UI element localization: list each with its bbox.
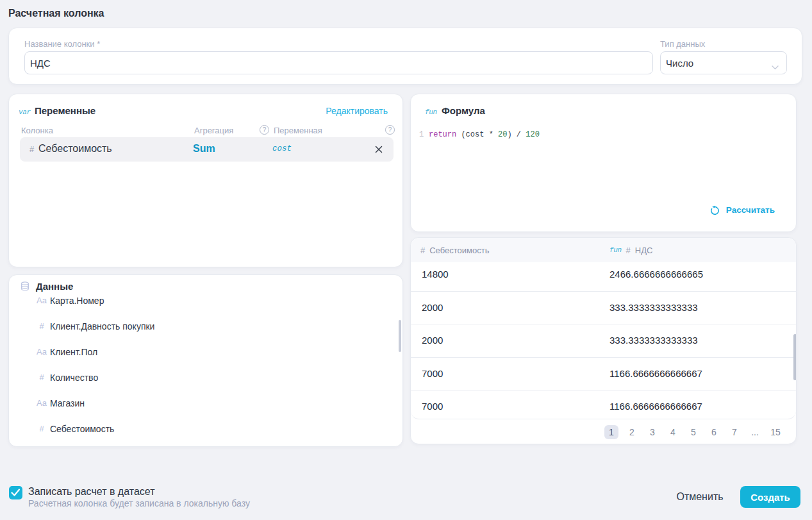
code-token: ) / <box>507 130 526 139</box>
data-field-item[interactable]: #Клиент.Давность покупки <box>9 320 402 333</box>
fun-badge: fun <box>425 108 437 116</box>
column-name-value: НДС <box>30 58 51 69</box>
data-type-label: Тип данных <box>660 39 705 49</box>
string-type-icon: Aa <box>33 296 50 305</box>
formula-title: Формула <box>442 105 485 116</box>
preview-table: # Себестоимость fun # НДС 148002466.6666… <box>411 238 796 419</box>
pagination-page-4[interactable]: 4 <box>666 425 680 439</box>
database-icon <box>21 281 29 294</box>
data-field-item[interactable]: #Количество <box>9 371 402 384</box>
data-type-value: Число <box>666 58 693 69</box>
help-icon[interactable]: ? <box>385 125 395 135</box>
refresh-icon <box>710 205 720 215</box>
var-badge: var <box>19 108 31 116</box>
cell-source-value: 7000 <box>422 368 443 379</box>
create-button[interactable]: Создать <box>740 486 800 508</box>
number-type-icon: # <box>33 321 50 331</box>
preview-rows: 148002466.66666666666652000333.333333333… <box>411 262 796 419</box>
calculate-label: Рассчитать <box>726 205 775 215</box>
pagination-ellipsis: ... <box>748 425 762 439</box>
number-type-icon: # <box>33 424 50 433</box>
write-to-dataset-checkbox[interactable] <box>9 486 22 499</box>
cell-result-value: 1166.6666666666667 <box>609 368 702 379</box>
cell-result-value: 333.3333333333333 <box>609 335 698 346</box>
pagination-page-7[interactable]: 7 <box>727 425 742 439</box>
cancel-button[interactable]: Отменить <box>670 486 729 508</box>
data-field-label: Количество <box>50 373 98 383</box>
edit-variables-link[interactable]: Редактировать <box>326 106 388 116</box>
pagination-page-2[interactable]: 2 <box>625 425 639 439</box>
data-title: Данные <box>36 281 73 292</box>
column-name-input[interactable]: НДС <box>24 51 653 74</box>
data-field-item[interactable]: AaМагазин <box>9 397 402 410</box>
variables-panel: var Переменные Редактировать Колонка Агр… <box>8 94 403 267</box>
data-field-item[interactable]: AaКарта.Номер <box>9 294 402 307</box>
column-header-column: Колонка <box>21 126 53 135</box>
help-icon[interactable]: ? <box>260 125 269 135</box>
checkmark-icon <box>11 489 21 497</box>
column-settings-card: Название колонки * НДС Тип данных Число <box>8 28 802 85</box>
data-field-label: Магазин <box>50 398 85 408</box>
preview-table-row: 70001166.6666666666667 <box>411 390 796 419</box>
pagination-page-5[interactable]: 5 <box>686 425 700 439</box>
pagination-page-6[interactable]: 6 <box>707 425 721 439</box>
preview-column-result: fun # НДС <box>609 238 652 262</box>
pagination-page-1[interactable]: 1 <box>604 425 618 439</box>
cell-result-value: 2466.6666666666665 <box>609 269 703 280</box>
variable-column-name: Себестоимость <box>38 143 112 155</box>
fun-badge: fun <box>609 246 622 254</box>
preview-table-row: 70001166.6666666666667 <box>411 358 796 391</box>
cell-result-value: 1166.6666666666667 <box>609 401 702 412</box>
data-scrollbar[interactable] <box>399 320 401 352</box>
preview-column-source: # Себестоимость <box>420 238 489 262</box>
data-panel: Данные AaКарта.Номер#Клиент.Давность пок… <box>8 274 403 447</box>
string-type-icon: Aa <box>33 398 50 408</box>
number-type-icon: # <box>420 246 425 255</box>
preview-scrollbar[interactable] <box>793 334 797 380</box>
column-header-variable: Переменная <box>274 126 322 135</box>
data-field-item[interactable]: AaКлиент.Пол <box>9 346 402 358</box>
preview-table-row: 2000333.3333333333333 <box>411 292 796 325</box>
preview-table-row: 148002466.6666666666665 <box>411 262 796 292</box>
pagination: 1234567...15 <box>411 419 796 444</box>
preview-table-header: # Себестоимость fun # НДС <box>411 238 796 262</box>
formula-editor[interactable]: 1 return (cost * 20) / 120 <box>419 130 540 140</box>
number-type-icon: # <box>626 246 631 255</box>
data-field-item[interactable]: #Себестоимость <box>9 423 402 435</box>
data-field-label: Карта.Номер <box>50 296 104 306</box>
remove-variable-icon[interactable] <box>374 145 383 154</box>
preview-rows-list: 148002466.66666666666652000333.333333333… <box>411 262 796 419</box>
formula-panel: fun Формула 1 return (cost * 20) / 120 Р… <box>410 94 797 232</box>
pagination-page-3[interactable]: 3 <box>645 425 659 439</box>
string-type-icon: Aa <box>33 347 50 356</box>
data-field-label: Клиент.Давность покупки <box>50 321 154 331</box>
code-token: (cost * <box>456 130 498 139</box>
preview-panel: # Себестоимость fun # НДС 148002466.6666… <box>410 237 797 444</box>
column-name-label: Название колонки * <box>24 39 100 49</box>
pagination-page-15[interactable]: 15 <box>768 425 783 439</box>
code-token: 120 <box>526 130 540 139</box>
variable-aggregation[interactable]: Sum <box>193 143 215 155</box>
code-token: 20 <box>498 130 507 139</box>
calculate-button[interactable]: Рассчитать <box>710 205 775 215</box>
chevron-down-icon <box>772 61 779 72</box>
cell-source-value: 2000 <box>422 335 443 346</box>
preview-column-label: НДС <box>635 246 653 255</box>
cell-result-value: 333.3333333333333 <box>609 302 698 313</box>
number-type-icon: # <box>33 373 50 382</box>
data-field-label: Клиент.Пол <box>50 347 97 357</box>
variable-row: # Себестоимость Sum cost <box>20 137 394 162</box>
variable-name[interactable]: cost <box>272 144 292 153</box>
write-to-dataset-note: Расчетная колонка будет записана в локал… <box>28 498 250 508</box>
data-type-select[interactable]: Число <box>660 51 787 74</box>
preview-table-row: 2000333.3333333333333 <box>411 324 796 358</box>
line-number: 1 <box>419 130 429 139</box>
preview-column-label: Себестоимость <box>429 246 489 255</box>
formula-code: return (cost * 20) / 120 <box>429 130 540 139</box>
code-token: return <box>429 130 456 139</box>
write-to-dataset-label: Записать расчет в датасет <box>28 486 154 498</box>
cell-source-value: 2000 <box>422 302 443 313</box>
data-field-label: Себестоимость <box>50 424 114 434</box>
variables-title: Переменные <box>35 105 95 116</box>
page-title: Расчетная колонка <box>8 8 104 19</box>
